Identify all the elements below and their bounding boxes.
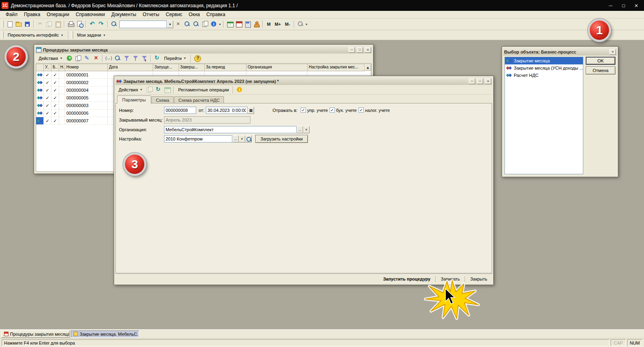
setting-open-button[interactable]: [245, 135, 252, 143]
calculator-icon[interactable]: [244, 20, 252, 28]
menu-help[interactable]: Справка: [203, 11, 228, 18]
find-previous-icon[interactable]: [192, 20, 200, 28]
toolbar-grip[interactable]: [2, 31, 4, 39]
clear-search-icon[interactable]: [174, 20, 183, 28]
column-date[interactable]: Дата: [108, 64, 153, 71]
info-dropdown-caret[interactable]: ▾: [219, 23, 221, 26]
setting-choose-button[interactable]: ...: [232, 135, 239, 143]
memory-m-button[interactable]: М: [265, 21, 273, 27]
new-document-icon[interactable]: [6, 20, 14, 28]
column-u[interactable]: У..: [44, 64, 51, 71]
redo-icon[interactable]: [97, 20, 105, 28]
minimize-button[interactable]: ─: [605, 2, 617, 10]
print-icon[interactable]: [67, 20, 75, 28]
menu-reports[interactable]: Отчеты: [139, 11, 162, 18]
search-dropdown-button[interactable]: ▾: [167, 21, 173, 28]
memory-m-plus-button[interactable]: М+: [273, 21, 283, 27]
tab-parameters[interactable]: Параметры: [117, 95, 151, 103]
maximize-button[interactable]: □: [477, 78, 483, 84]
delete-icon[interactable]: [92, 54, 100, 62]
copy-item-icon[interactable]: [74, 54, 82, 62]
search-input[interactable]: [119, 21, 167, 28]
checkbox-book-accounting[interactable]: ✓: [330, 107, 335, 113]
list-item-month-closing[interactable]: Закрытие месяца: [505, 57, 583, 64]
column-organization[interactable]: Организация: [246, 64, 308, 71]
save-icon[interactable]: [23, 20, 31, 28]
undo-icon[interactable]: [88, 20, 96, 28]
refresh-icon[interactable]: [153, 54, 161, 62]
menu-file[interactable]: Файл: [2, 11, 21, 18]
column-number[interactable]: Номер: [65, 64, 108, 71]
date-interval-icon[interactable]: [105, 54, 113, 62]
dialog-title-bar[interactable]: Выбор объекта: Бизнес-процесс ×: [503, 48, 617, 56]
list-item-month-closing-usn[interactable]: Закрытие месяца (УСН доходы ...: [505, 64, 583, 72]
help-icon[interactable]: [193, 54, 201, 62]
column-icon[interactable]: [36, 64, 44, 71]
switch-interface-button[interactable]: Переключить интерфейс ▾: [5, 32, 66, 38]
actions-menu-button[interactable]: Действия ▾: [36, 55, 65, 62]
cut-icon[interactable]: [36, 20, 44, 28]
setting-clear-button[interactable]: ×: [239, 135, 245, 143]
column-started[interactable]: Запуще...: [153, 64, 179, 71]
setting-field[interactable]: [164, 135, 232, 143]
spreadsheet-icon[interactable]: [226, 20, 234, 28]
calendar-icon[interactable]: [235, 20, 243, 28]
menu-documents[interactable]: Документы: [108, 11, 139, 18]
close-button[interactable]: ×: [630, 2, 642, 10]
tab-schema[interactable]: Схема: [152, 96, 174, 103]
my-tasks-button[interactable]: Мои задачи ▾: [75, 32, 109, 38]
menu-catalogs[interactable]: Справочники: [72, 11, 108, 18]
filter-icon[interactable]: [131, 54, 139, 62]
procedures-window-title-bar[interactable]: Процедуры закрытия месяца ─ □ ×: [35, 46, 372, 54]
menu-edit[interactable]: Правка: [21, 11, 44, 18]
memory-m-minus-button[interactable]: М-: [283, 21, 292, 27]
maximize-button[interactable]: □: [357, 47, 363, 53]
structure-icon[interactable]: [163, 86, 171, 94]
copy-icon[interactable]: [45, 20, 53, 28]
advice-icon[interactable]: [236, 86, 244, 94]
checkbox-tax-accounting[interactable]: ✓: [359, 107, 364, 113]
scroll-up-button[interactable]: ▲: [365, 64, 371, 70]
open-icon[interactable]: [14, 20, 23, 28]
list-item-vat-calculation[interactable]: Расчет НДС: [505, 72, 583, 79]
column-period[interactable]: За период: [205, 64, 246, 71]
column-n[interactable]: Н..: [59, 64, 65, 71]
search-icon[interactable]: [110, 20, 118, 28]
user-icon[interactable]: [252, 20, 260, 28]
column-b[interactable]: Б..: [51, 64, 59, 71]
paste-icon[interactable]: [54, 20, 62, 28]
organization-clear-button[interactable]: ×: [303, 126, 310, 133]
tools-icon[interactable]: [297, 20, 305, 28]
minimize-button[interactable]: ─: [349, 47, 355, 53]
toolbar-grip[interactable]: [71, 31, 73, 39]
tab-vat-schema[interactable]: Схема расчета НДС: [174, 96, 224, 103]
close-button[interactable]: ×: [365, 47, 371, 53]
goto-menu-button[interactable]: Перейти ▾: [162, 55, 189, 62]
menu-operations[interactable]: Операции: [43, 11, 72, 18]
column-finished[interactable]: Заверш...: [179, 64, 205, 71]
related-documents-icon[interactable]: [201, 20, 209, 28]
number-field[interactable]: [164, 107, 196, 114]
post-document-icon[interactable]: [146, 86, 154, 94]
checkbox-management-accounting[interactable]: ✓: [301, 107, 306, 113]
close-button[interactable]: ×: [609, 49, 616, 55]
close-button[interactable]: ×: [485, 78, 491, 84]
refresh-icon[interactable]: [154, 86, 162, 94]
add-icon[interactable]: [66, 54, 74, 62]
organization-choose-button[interactable]: ...: [297, 126, 303, 133]
ok-button[interactable]: OK: [586, 57, 615, 65]
column-setting[interactable]: Настройка закрытия мес...: [308, 64, 365, 71]
info-icon[interactable]: [210, 20, 218, 28]
load-settings-button[interactable]: Загрузить настройки: [255, 135, 308, 143]
actions-menu-button[interactable]: Действия ▾: [116, 87, 145, 93]
date-field[interactable]: [206, 107, 248, 114]
toolbar-grip[interactable]: [2, 21, 4, 28]
menu-service[interactable]: Сервис: [162, 11, 185, 18]
taskbar-item-month-closing[interactable]: Закрытие месяца. МебельС...: [71, 330, 139, 338]
calendar-picker-button[interactable]: ▦: [248, 107, 254, 114]
organization-field[interactable]: [164, 126, 297, 133]
cancel-button[interactable]: Отмена: [586, 66, 615, 74]
tools-dropdown-caret[interactable]: ▾: [306, 23, 308, 26]
form-window-title-bar[interactable]: Закрытие месяца. МебельСтройКомплект Апр…: [115, 77, 492, 85]
edit-icon[interactable]: [83, 54, 91, 62]
